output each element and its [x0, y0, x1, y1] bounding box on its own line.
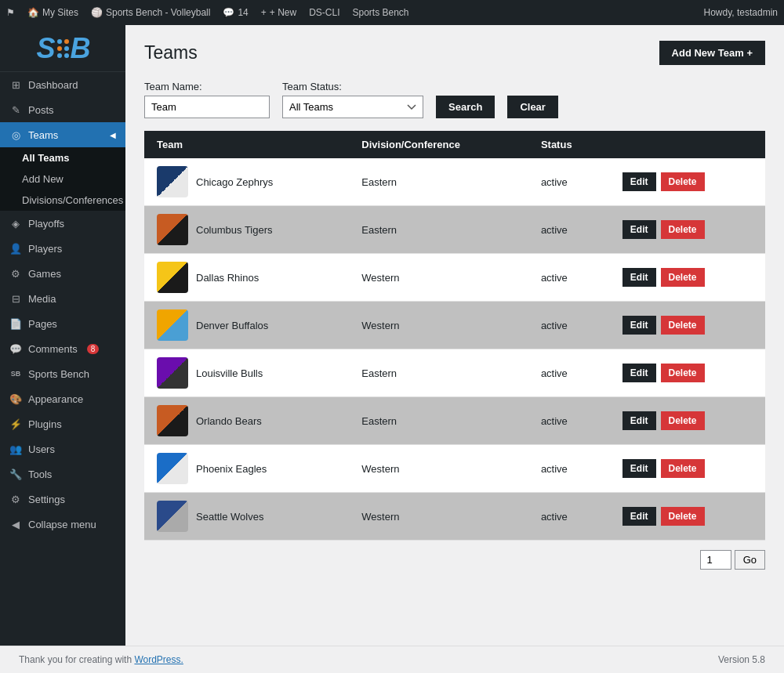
teams-tbody: Chicago Zephrys Easternactive Edit Delet…	[144, 158, 765, 541]
comments-badge: 8	[87, 344, 100, 354]
edit-button-6[interactable]: Edit	[622, 411, 656, 430]
comments-icon: 💬	[223, 7, 234, 18]
sidebar-item-sports-bench[interactable]: SB Sports Bench	[0, 361, 125, 386]
delete-button-2[interactable]: Delete	[661, 220, 705, 239]
sidebar-item-playoffs[interactable]: ◈ Playoffs	[0, 211, 125, 236]
sidebar-item-plugins[interactable]: ⚡ Plugins	[0, 411, 125, 436]
media-icon: ⊟	[9, 292, 22, 305]
appearance-icon: 🎨	[9, 393, 22, 405]
sidebar-item-settings[interactable]: ⚙ Settings	[0, 487, 125, 512]
team-cell-4: Denver Buffalos	[144, 302, 349, 349]
pages-label: Pages	[28, 318, 57, 330]
new-item[interactable]: + + New	[261, 7, 296, 18]
actions-cell-7: Edit Delete	[610, 445, 765, 493]
sidebar-item-collapse[interactable]: ◀ Collapse menu	[0, 512, 125, 537]
team-cell-8: Seattle Wolves	[144, 493, 349, 541]
sidebar-item-pages[interactable]: 📄 Pages	[0, 311, 125, 336]
delete-button-3[interactable]: Delete	[661, 268, 705, 287]
sidebar-item-teams[interactable]: ◎ Teams ◀	[0, 122, 125, 147]
teams-icon: ◎	[9, 128, 22, 141]
team-name-1: Chicago Zephrys	[196, 176, 273, 188]
team-info-8: Seattle Wolves	[157, 501, 336, 532]
table-header: Team Division/Conference Status	[144, 131, 765, 158]
sidebar-subitem-all-teams[interactable]: All Teams	[0, 147, 125, 168]
search-button[interactable]: Search	[436, 96, 495, 118]
delete-button-8[interactable]: Delete	[661, 507, 705, 526]
team-name-label: Team Name:	[144, 81, 270, 92]
wp-icon: ⚑	[6, 7, 15, 18]
my-sites-label: My Sites	[42, 7, 78, 18]
sidebar-item-posts[interactable]: ✎ Posts	[0, 97, 125, 122]
edit-button-5[interactable]: Edit	[622, 364, 656, 382]
ds-cli-item[interactable]: DS-CLI	[309, 7, 339, 18]
actions-cell-1: Edit Delete	[610, 158, 765, 206]
delete-button-1[interactable]: Delete	[661, 172, 705, 191]
sidebar-item-appearance[interactable]: 🎨 Appearance	[0, 386, 125, 411]
sb-logo-dots	[57, 39, 69, 58]
page-number-input[interactable]	[700, 550, 731, 570]
sidebar-item-media[interactable]: ⊟ Media	[0, 286, 125, 311]
actions-cell-5: Edit Delete	[610, 349, 765, 397]
delete-button-6[interactable]: Delete	[661, 411, 705, 430]
edit-button-2[interactable]: Edit	[622, 220, 656, 239]
sports-bench-icon: SB	[9, 367, 22, 380]
site-name-item[interactable]: 🏐 Sports Bench - Volleyball	[91, 7, 210, 18]
team-logo-5	[157, 357, 188, 389]
posts-icon: ✎	[9, 103, 22, 116]
sidebar-item-players[interactable]: 👤 Players	[0, 236, 125, 261]
team-logo-8	[157, 501, 188, 532]
edit-button-1[interactable]: Edit	[622, 172, 656, 191]
sidebar-subitem-add-new[interactable]: Add New	[0, 168, 125, 190]
team-status-select[interactable]: All Teams Active Inactive	[282, 96, 423, 118]
footer-version: Version 5.8	[718, 654, 765, 665]
edit-button-8[interactable]: Edit	[622, 507, 656, 526]
my-sites-item[interactable]: 🏠 My Sites	[27, 7, 78, 18]
team-name-8: Seattle Wolves	[196, 511, 263, 523]
sidebar-subitem-divisions[interactable]: Divisions/Conferences	[0, 190, 125, 211]
page-header: Teams Add New Team +	[144, 41, 765, 65]
sports-bench-menu-label: Sports Bench	[28, 368, 89, 380]
comments-item[interactable]: 💬 14	[223, 7, 248, 18]
delete-button-7[interactable]: Delete	[661, 459, 705, 478]
delete-button-4[interactable]: Delete	[661, 316, 705, 335]
status-cell-8: active	[528, 493, 610, 541]
dashboard-icon: ⊞	[9, 78, 22, 91]
edit-button-4[interactable]: Edit	[622, 316, 656, 335]
edit-button-3[interactable]: Edit	[622, 268, 656, 287]
footer-wp-link[interactable]: WordPress.	[134, 654, 183, 665]
action-btns-5: Edit Delete	[622, 364, 753, 382]
go-button[interactable]: Go	[735, 550, 765, 570]
page-title: Teams	[144, 42, 198, 63]
pages-icon: 📄	[9, 317, 22, 330]
sports-bench-bar-item[interactable]: Sports Bench	[353, 7, 409, 18]
users-icon: 👥	[9, 443, 22, 455]
sb-logo: S B	[36, 32, 89, 65]
team-info-6: Orlando Bears	[157, 405, 336, 436]
sidebar-item-tools[interactable]: 🔧 Tools	[0, 461, 125, 487]
team-name-input[interactable]	[144, 96, 270, 118]
actions-cell-6: Edit Delete	[610, 397, 765, 445]
add-new-team-button[interactable]: Add New Team +	[659, 41, 765, 65]
action-btns-6: Edit Delete	[622, 411, 753, 430]
division-cell-6: Eastern	[349, 397, 528, 445]
clear-button[interactable]: Clear	[507, 96, 558, 118]
filter-form: Team Name: Team Status: All Teams Active…	[144, 81, 765, 118]
site-name-icon: 🏐	[91, 7, 103, 18]
sidebar-item-comments[interactable]: 💬 Comments 8	[0, 336, 125, 361]
wp-logo-item[interactable]: ⚑	[6, 7, 15, 18]
team-name-group: Team Name:	[144, 81, 270, 118]
sidebar-item-users[interactable]: 👥 Users	[0, 436, 125, 461]
dashboard-label: Dashboard	[28, 79, 78, 91]
delete-button-5[interactable]: Delete	[661, 364, 705, 382]
team-status-group: Team Status: All Teams Active Inactive	[282, 81, 423, 118]
footer: Thank you for creating with WordPress. V…	[0, 646, 784, 673]
tools-label: Tools	[28, 469, 52, 480]
sidebar-item-games[interactable]: ⚙ Games	[0, 261, 125, 286]
division-cell-4: Western	[349, 302, 528, 349]
teams-label: Teams	[28, 129, 58, 141]
playoffs-icon: ◈	[9, 217, 22, 230]
edit-button-7[interactable]: Edit	[622, 459, 656, 478]
status-cell-7: active	[528, 445, 610, 493]
sidebar-item-dashboard[interactable]: ⊞ Dashboard	[0, 72, 125, 97]
playoffs-label: Playoffs	[28, 218, 64, 230]
